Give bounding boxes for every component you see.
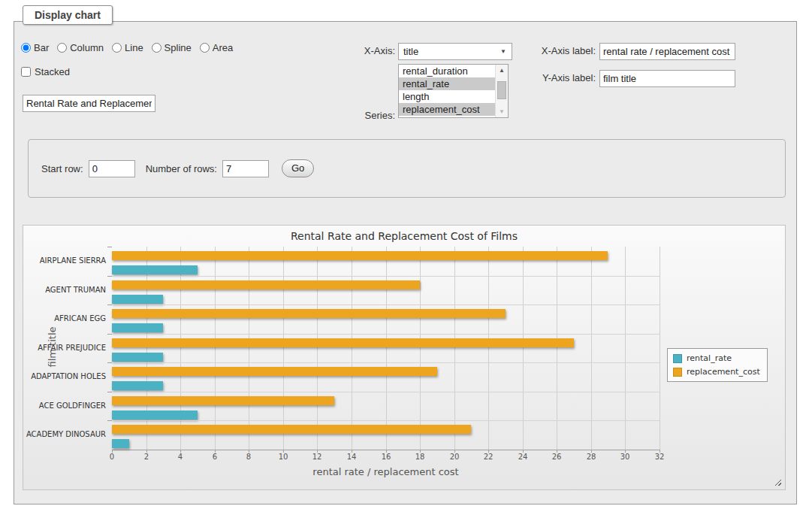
- y-axis-tick: [107, 304, 112, 305]
- chart-type-option-label: Bar: [34, 42, 49, 53]
- x-tick-label: 20: [443, 453, 466, 461]
- gridline: [660, 247, 660, 450]
- x-tick-label: 26: [545, 453, 568, 461]
- bar-replacement-cost: [112, 338, 574, 347]
- go-button[interactable]: Go: [282, 159, 314, 177]
- y-axis-label-label: Y-Axis label:: [463, 72, 596, 83]
- chart-type-option-bar[interactable]: Bar: [21, 42, 49, 53]
- chart-title: Rental Rate and Replacement Cost of Film…: [23, 230, 785, 242]
- chart-type-option-column[interactable]: Column: [57, 42, 104, 53]
- row-range-panel: Start row: Number of rows: Go: [28, 139, 786, 198]
- x-tick-label: 4: [169, 453, 192, 461]
- series-option-length[interactable]: length: [399, 90, 495, 103]
- series-list-label: Series:: [300, 110, 395, 121]
- bar-rental-rate: [112, 411, 198, 420]
- gridline: [454, 247, 455, 450]
- bar-rental-rate: [112, 265, 198, 274]
- bar-replacement-cost: [112, 280, 420, 289]
- x-tick-label: 14: [340, 453, 363, 461]
- legend-item-replacement_cost[interactable]: replacement_cost: [673, 367, 760, 377]
- chart-type-option-line[interactable]: Line: [112, 42, 143, 53]
- x-axis-label-input[interactable]: [599, 43, 735, 60]
- chart-type-option-label: Line: [125, 42, 143, 53]
- gridline: [488, 247, 489, 450]
- chart-type-radio-spline[interactable]: [152, 43, 161, 53]
- y-axis-tick: [107, 276, 112, 277]
- chart-type-radio-bar[interactable]: [21, 43, 31, 53]
- chart-type-option-spline[interactable]: Spline: [152, 42, 192, 53]
- gridline: [112, 392, 660, 392]
- chart-type-option-label: Spline: [165, 42, 192, 53]
- y-axis-tick: [107, 247, 112, 247]
- gridline: [420, 247, 421, 450]
- x-axis-selected-value: title: [403, 46, 418, 57]
- display-chart-panel: Display chart BarColumnLineSplineArea St…: [14, 21, 797, 504]
- y-axis-tick: [107, 420, 112, 421]
- series-option-replacement_cost[interactable]: replacement_cost: [399, 103, 495, 116]
- x-axis-select-label: X-Axis:: [300, 45, 395, 56]
- x-tick-label: 2: [135, 453, 158, 461]
- x-tick-label: 10: [272, 453, 294, 461]
- chart-type-radio-area[interactable]: [200, 43, 210, 53]
- gridline: [591, 247, 592, 450]
- chart-legend: rental_ratereplacement_cost: [667, 348, 768, 382]
- gridline: [625, 247, 626, 450]
- chart-type-radio-line[interactable]: [112, 43, 122, 53]
- x-tick-label: 12: [306, 453, 328, 461]
- x-tick-label: 16: [375, 453, 397, 461]
- stacked-option[interactable]: Stacked: [21, 66, 70, 77]
- legend-item-rental_rate[interactable]: rental_rate: [673, 353, 760, 363]
- x-tick-label: 30: [614, 453, 636, 461]
- y-axis-tick: [107, 334, 112, 335]
- scrollbar-thumb[interactable]: [497, 81, 506, 99]
- resize-handle-icon[interactable]: [773, 477, 781, 486]
- start-row-input[interactable]: [89, 160, 135, 177]
- x-tick-label: 8: [237, 453, 260, 461]
- chart-container: Rental Rate and Replacement Cost of Film…: [23, 225, 786, 490]
- stacked-label: Stacked: [35, 66, 70, 77]
- legend-swatch: [673, 368, 682, 377]
- bar-replacement-cost: [112, 396, 334, 405]
- gridline: [283, 247, 284, 450]
- gridline: [352, 247, 352, 450]
- x-tick-label: 28: [580, 453, 602, 461]
- bar-rental-rate: [112, 323, 163, 332]
- x-tick-label: 24: [512, 453, 534, 461]
- chart-type-option-label: Column: [70, 42, 104, 53]
- bar-replacement-cost: [112, 367, 437, 376]
- x-tick-label: 0: [101, 453, 123, 461]
- gridline: [112, 420, 660, 421]
- legend-swatch: [673, 354, 682, 363]
- num-rows-label: Number of rows:: [146, 163, 217, 174]
- category-label: ACE GOLDFINGER: [23, 401, 106, 410]
- y-axis-tick: [107, 362, 112, 363]
- stacked-checkbox[interactable]: [21, 67, 31, 77]
- category-label: AFFAIR PREJUDICE: [23, 344, 106, 352]
- chart-type-radio-column[interactable]: [57, 43, 67, 53]
- num-rows-input[interactable]: [222, 160, 269, 177]
- x-axis-label-label: X-Axis label:: [463, 45, 596, 56]
- chart-type-option-label: Area: [213, 42, 233, 53]
- gridline: [386, 247, 387, 450]
- y-axis-label-input[interactable]: [599, 70, 735, 87]
- chart-title-input[interactable]: [23, 95, 155, 112]
- x-tick-label: 6: [204, 453, 226, 461]
- gridline: [112, 334, 660, 335]
- category-label: AGENT TRUMAN: [23, 286, 106, 294]
- bar-rental-rate: [112, 381, 163, 390]
- category-label: ADAPTATION HOLES: [23, 372, 106, 380]
- bar-rental-rate: [112, 439, 129, 448]
- chart-x-tick-labels: 02468101214161820222426283032: [112, 453, 660, 463]
- legend-label: rental_rate: [687, 353, 732, 363]
- gridline: [249, 247, 249, 450]
- scroll-down-icon[interactable]: ▼: [496, 106, 508, 117]
- chart-type-option-area[interactable]: Area: [200, 42, 233, 53]
- gridline: [557, 247, 557, 450]
- bar-replacement-cost: [112, 251, 608, 260]
- gridline: [523, 247, 524, 450]
- gridline: [215, 247, 216, 450]
- start-row-label: Start row:: [41, 163, 83, 174]
- gridline: [112, 362, 660, 363]
- legend-label: replacement_cost: [687, 367, 760, 377]
- chart-type-radio-group: BarColumnLineSplineArea: [21, 42, 233, 53]
